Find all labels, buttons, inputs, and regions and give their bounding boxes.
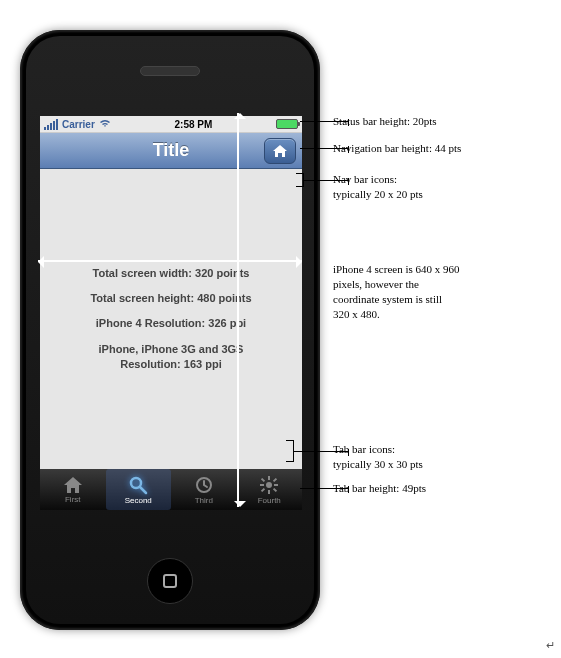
svg-rect-7	[274, 484, 278, 486]
tab-fourth[interactable]: Fourth	[237, 469, 303, 510]
svg-rect-11	[273, 487, 277, 491]
callout-coordinate-system: iPhone 4 screen is 640 x 960 pixels, how…	[333, 262, 459, 321]
callout-nav-height: Navigation bar height: 44 pts	[333, 141, 461, 156]
status-left: Carrier	[44, 118, 111, 130]
wifi-icon	[99, 118, 111, 130]
tab-label: Third	[195, 496, 213, 505]
iphone-inner: Carrier 2:58 PM Title Total screen width…	[26, 36, 314, 624]
search-icon	[128, 475, 148, 495]
svg-point-3	[266, 482, 272, 488]
battery-icon	[276, 119, 298, 129]
older-iphone-resolution-label: iPhone, iPhone 3G and 3GS Resolution: 16…	[99, 342, 244, 373]
bracket-nav-icon	[296, 173, 304, 187]
home-icon	[63, 476, 83, 494]
svg-rect-5	[268, 490, 270, 494]
nav-home-button[interactable]	[264, 138, 296, 164]
iphone4-resolution-label: iPhone 4 Resolution: 326 ppi	[96, 316, 246, 331]
tab-label: Fourth	[258, 496, 281, 505]
carrier-label: Carrier	[62, 119, 95, 130]
svg-rect-9	[273, 477, 277, 481]
svg-line-1	[140, 487, 146, 493]
home-icon	[272, 144, 288, 158]
svg-rect-8	[261, 477, 265, 481]
callout-nav-icons: Nav bar icons: typically 20 x 20 pts	[333, 172, 423, 202]
bracket-tab-icon	[286, 440, 294, 462]
tab-bar: First Second Third Fourth	[40, 469, 302, 510]
screen: Carrier 2:58 PM Title Total screen width…	[40, 116, 302, 510]
svg-rect-10	[261, 487, 265, 491]
tab-label: Second	[125, 496, 152, 505]
iphone-frame: Carrier 2:58 PM Title Total screen width…	[20, 30, 320, 630]
paragraph-mark: ↵	[546, 639, 555, 652]
page-title: Title	[153, 140, 190, 161]
tab-label: First	[65, 495, 81, 504]
screen-height-label: Total screen height: 480 points	[90, 291, 251, 306]
tab-second[interactable]: Second	[106, 469, 172, 510]
gear-icon	[259, 475, 279, 495]
callout-tab-height: Tab bar height: 49pts	[333, 481, 426, 496]
svg-rect-6	[260, 484, 264, 486]
clock-icon	[194, 475, 214, 495]
screen-width-label: Total screen width: 320 points	[93, 266, 250, 281]
speaker-grille	[140, 66, 200, 76]
callout-tab-icons: Tab bar icons: typically 30 x 30 pts	[333, 442, 423, 472]
status-time: 2:58 PM	[175, 119, 213, 130]
content-area: Total screen width: 320 points Total scr…	[40, 169, 302, 469]
tab-first[interactable]: First	[40, 469, 106, 510]
home-button-glyph	[163, 574, 177, 588]
home-button[interactable]	[147, 558, 193, 604]
svg-rect-4	[268, 476, 270, 480]
signal-bars-icon	[44, 119, 58, 130]
tab-third[interactable]: Third	[171, 469, 237, 510]
navigation-bar: Title	[40, 133, 302, 169]
status-bar: Carrier 2:58 PM	[40, 116, 302, 133]
callout-status-height: Status bar height: 20pts	[333, 114, 437, 129]
